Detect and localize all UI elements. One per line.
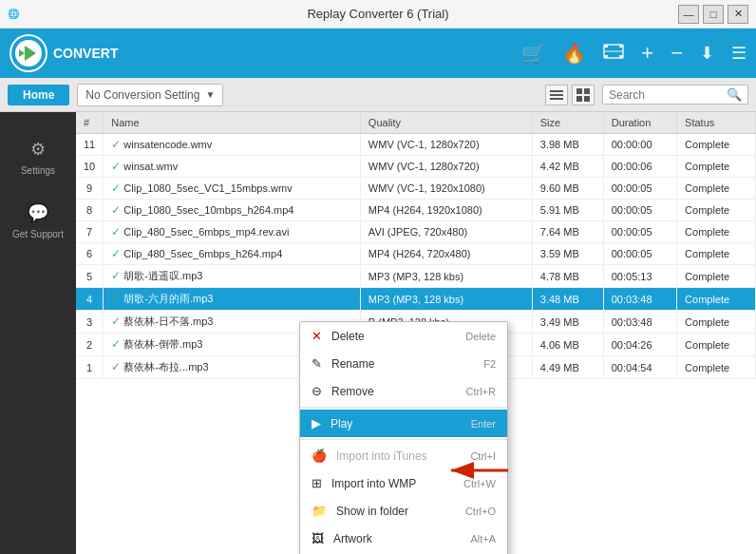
window-controls[interactable]: — □ ✕ <box>678 5 748 24</box>
menu-item-label: Play <box>331 417 352 430</box>
itunes-icon: 🍎 <box>312 449 327 463</box>
sidebar-label-settings: Settings <box>21 165 55 176</box>
row-status: Complete <box>677 243 756 265</box>
table-row[interactable]: 5 ✓ 胡歌-逍遥叹.mp3 MP3 (MP3, 128 kbs) 4.78 M… <box>76 265 756 288</box>
logo-text: CONVERT <box>53 46 118 61</box>
menu-item-play[interactable]: ▶ Play Enter <box>300 410 507 437</box>
row-size: 3.49 MB <box>532 311 603 334</box>
sidebar: ⚙ Settings 💬 Get Support <box>0 112 76 554</box>
logo-area: CONVERT <box>9 34 118 72</box>
svg-rect-12 <box>584 88 590 94</box>
grid-view-button[interactable] <box>572 85 595 105</box>
table-row[interactable]: 8 ✓ Clip_1080_5sec_10mbps_h264.mp4 MP4 (… <box>76 200 756 221</box>
view-toggle <box>545 85 595 105</box>
content-area: # Name Quality Size Duration Status 11 ✓… <box>76 112 756 554</box>
svg-rect-6 <box>619 55 623 58</box>
table-row[interactable]: 11 ✓ winsatencode.wmv WMV (VC-1, 1280x72… <box>76 134 756 156</box>
svg-rect-11 <box>576 88 582 94</box>
row-size: 7.64 MB <box>532 221 603 243</box>
menu-item-label: Delete <box>331 330 365 343</box>
list-view-button[interactable] <box>545 85 568 105</box>
menu-item-left: ⊞ Import into WMP <box>312 476 416 490</box>
table-row[interactable]: 10 ✓ winsat.wmv WMV (VC-1, 1280x720) 4.4… <box>76 156 756 178</box>
row-num: 2 <box>76 334 104 356</box>
sidebar-item-settings[interactable]: ⚙ Settings <box>0 127 76 187</box>
row-size: 4.49 MB <box>532 356 603 379</box>
title-bar: 🌐 Replay Converter 6 (Trial) — □ ✕ <box>0 0 756 29</box>
svg-rect-5 <box>604 55 608 58</box>
menu-item-rename[interactable]: ✎ Rename F2 <box>300 350 507 377</box>
folder-icon: 📁 <box>312 504 327 518</box>
logo-placeholder: 🌐 <box>8 9 19 19</box>
menu-item-delete[interactable]: ✕ Delete Delete <box>300 322 507 350</box>
row-name: ✓ winsatencode.wmv <box>104 134 361 156</box>
wmp-icon: ⊞ <box>312 476 322 490</box>
maximize-button[interactable]: □ <box>703 5 724 24</box>
menu-icon[interactable]: ☰ <box>731 43 747 64</box>
row-status: Complete <box>677 288 756 311</box>
menu-item-remove[interactable]: ⊖ Remove Ctrl+R <box>300 377 507 405</box>
row-status: Complete <box>677 134 756 156</box>
sidebar-item-support[interactable]: 💬 Get Support <box>0 191 76 251</box>
table-row[interactable]: 6 ✓ Clip_480_5sec_6mbps_h264.mp4 MP4 (H2… <box>76 243 756 265</box>
row-num: 11 <box>76 134 104 156</box>
menu-item-folder[interactable]: 📁 Show in folder Ctrl+O <box>300 497 507 525</box>
table-row[interactable]: 4 ✓ 胡歌-六月的雨.mp3 MP3 (MP3, 128 kbs) 3.48 … <box>76 288 756 311</box>
row-duration: 00:00:05 <box>603 178 676 200</box>
menu-item-left: 🖼 Artwork <box>312 531 372 545</box>
menu-item-artwork[interactable]: 🖼 Artwork Alt+A <box>300 525 507 552</box>
check-icon: ✓ <box>111 203 121 217</box>
row-num: 3 <box>76 311 104 334</box>
svg-rect-9 <box>550 94 563 96</box>
minimize-button[interactable]: — <box>678 5 699 24</box>
download-icon[interactable]: ⬇ <box>700 43 714 64</box>
close-button[interactable]: ✕ <box>728 5 748 24</box>
row-num: 8 <box>76 200 104 221</box>
table-row[interactable]: 7 ✓ Clip_480_5sec_6mbps_mp4.rev.avi AVI … <box>76 221 756 243</box>
menu-item-left: ▶ Play <box>312 416 352 430</box>
film-icon[interactable] <box>603 41 624 67</box>
col-size: Size <box>532 112 603 134</box>
row-name: ✓ Clip_1080_5sec_VC1_15mbps.wmv <box>104 178 361 200</box>
row-duration: 00:00:00 <box>603 134 676 156</box>
row-status: Complete <box>677 221 756 243</box>
menu-item-itunes: 🍎 Import into iTunes Ctrl+I <box>300 442 507 469</box>
col-quality: Quality <box>360 112 532 134</box>
app-icon <box>9 34 47 72</box>
home-button[interactable]: Home <box>8 85 69 105</box>
row-size: 5.91 MB <box>532 200 603 221</box>
context-menu: ✕ Delete Delete ✎ Rename F2 ⊖ Remove Ctr… <box>299 321 508 554</box>
check-icon: ✓ <box>111 315 121 328</box>
col-num: # <box>76 112 104 134</box>
check-icon: ✓ <box>111 181 121 195</box>
row-num: 7 <box>76 221 104 243</box>
check-icon: ✓ <box>111 225 121 239</box>
flame-icon[interactable]: 🔥 <box>562 42 586 65</box>
conversion-dropdown[interactable]: No Conversion Setting ▼ <box>77 84 223 106</box>
row-duration: 00:00:05 <box>603 243 676 265</box>
search-box[interactable]: 🔍 <box>602 85 748 105</box>
main-toolbar: CONVERT 🛒 🔥 + − ⬇ ☰ <box>0 29 756 78</box>
remove-icon[interactable]: − <box>671 41 683 66</box>
menu-item-shortcut: Ctrl+R <box>466 386 496 397</box>
row-quality: MP3 (MP3, 128 kbs) <box>360 265 532 288</box>
row-name: ✓ winsat.wmv <box>104 156 361 178</box>
menu-separator <box>300 407 507 408</box>
table-row[interactable]: 9 ✓ Clip_1080_5sec_VC1_15mbps.wmv WMV (V… <box>76 178 756 200</box>
check-icon: ✓ <box>111 269 121 282</box>
menu-item-shortcut: Alt+A <box>470 533 496 544</box>
add-icon[interactable]: + <box>641 41 653 66</box>
col-duration: Duration <box>603 112 676 134</box>
check-icon: ✓ <box>111 138 121 151</box>
row-status: Complete <box>677 178 756 200</box>
row-size: 4.42 MB <box>532 156 603 178</box>
search-input[interactable] <box>609 88 723 102</box>
row-num: 10 <box>76 156 104 178</box>
row-quality: MP4 (H264, 720x480) <box>360 243 532 265</box>
check-icon: ✓ <box>111 337 121 351</box>
menu-item-shortcut: Ctrl+I <box>470 450 496 462</box>
cart-icon[interactable]: 🛒 <box>521 42 545 65</box>
menu-item-wmp[interactable]: ⊞ Import into WMP Ctrl+W <box>300 469 507 497</box>
table-header: # Name Quality Size Duration Status <box>76 112 756 134</box>
menu-item-label: Remove <box>331 385 374 398</box>
